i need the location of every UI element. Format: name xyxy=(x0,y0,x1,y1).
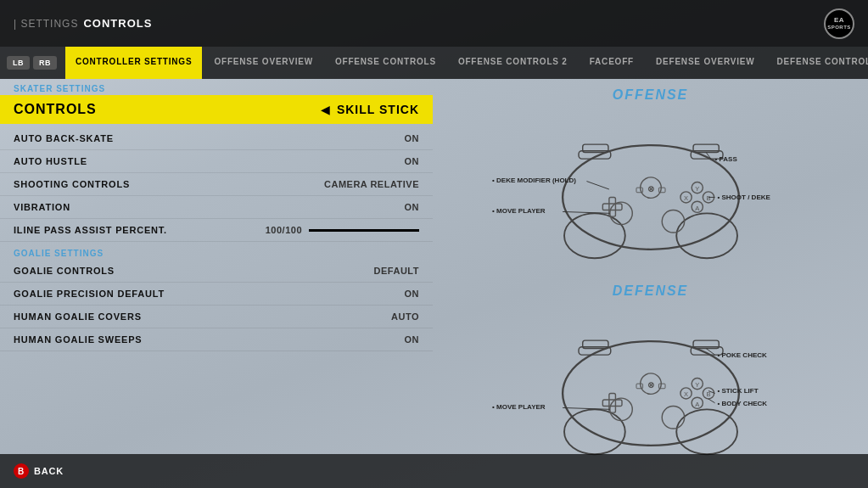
controls-row[interactable]: CONTROLS ◀ SKILL STICK xyxy=(0,95,433,124)
setting-value: ON xyxy=(405,133,420,143)
setting-name: GOALIE CONTROLS xyxy=(14,266,374,276)
controls-title: CONTROLS xyxy=(14,102,314,117)
setting-value: ON xyxy=(405,289,420,299)
b-button-icon: B xyxy=(14,463,29,479)
svg-text:Y: Y xyxy=(695,185,699,193)
right-panel: OFFENSE xyxy=(433,79,868,488)
svg-line-60 xyxy=(708,399,715,403)
left-panel: SKATER SETTINGS CONTROLS ◀ SKILL STICK A… xyxy=(0,79,433,488)
setting-shooting-controls[interactable]: SHOOTING CONTROLS CAMERA RELATIVE xyxy=(0,173,433,196)
setting-value: ON xyxy=(405,156,420,166)
setting-name: HUMAN GOALIE COVERS xyxy=(14,311,391,322)
svg-point-50 xyxy=(609,398,631,420)
defense-diagram: ⊗ Y B X A xyxy=(441,302,860,468)
svg-point-31 xyxy=(563,341,739,446)
svg-point-2 xyxy=(676,214,737,259)
back-button[interactable]: B BACK xyxy=(14,463,64,479)
svg-text:⊗: ⊗ xyxy=(647,380,654,390)
setting-goalie-precision[interactable]: GOALIE PRECISION DEFAULT ON xyxy=(0,283,433,306)
defense-controller-section: DEFENSE ⊗ xyxy=(441,283,860,480)
svg-text:• DEKE MODIFIER (HOLD): • DEKE MODIFIER (HOLD) xyxy=(492,177,576,185)
setting-value: ON xyxy=(405,202,420,212)
setting-value: AUTO xyxy=(391,311,419,322)
svg-point-33 xyxy=(676,410,737,455)
back-label: BACK xyxy=(34,466,64,476)
svg-point-1 xyxy=(564,214,625,259)
setting-value: DEFAULT xyxy=(374,266,419,276)
breadcrumb: | SETTINGS CONTROLS xyxy=(14,17,152,30)
svg-text:• MOVE PLAYER: • MOVE PLAYER xyxy=(492,404,546,412)
svg-text:A: A xyxy=(695,205,700,212)
settings-list: AUTO BACK-SKATE ON AUTO HUSTLE ON SHOOTI… xyxy=(0,124,433,488)
breadcrumb-settings: | SETTINGS xyxy=(14,18,78,30)
bumper-group: LB RB xyxy=(7,47,57,79)
breadcrumb-controls: CONTROLS xyxy=(83,17,152,30)
svg-text:• PASS: • PASS xyxy=(714,155,737,163)
goalie-settings-label: GOALIE SETTINGS xyxy=(0,242,433,260)
tab-defense-controls[interactable]: DEFENSE CONTROLS xyxy=(767,47,868,79)
offense-title: OFFENSE xyxy=(441,87,860,103)
svg-text:X: X xyxy=(684,390,688,398)
svg-text:B: B xyxy=(706,194,710,202)
tab-navigation: LB RB CONTROLLER SETTINGS OFFENSE OVERVI… xyxy=(0,47,868,79)
svg-point-19 xyxy=(609,202,631,224)
setting-vibration[interactable]: VIBRATION ON xyxy=(0,196,433,219)
bottom-bar: B BACK xyxy=(0,454,868,488)
offense-diagram: ⊗ Y B X A xyxy=(441,106,860,272)
setting-pass-assist[interactable]: ILINE PASS ASSIST PERCENT. 100/100 xyxy=(0,219,433,242)
screen: | SETTINGS CONTROLS EASPORTS LB RB CONTR… xyxy=(0,0,868,488)
svg-point-20 xyxy=(662,210,684,233)
svg-text:• BODY CHECK: • BODY CHECK xyxy=(717,400,767,407)
setting-goalie-sweeps[interactable]: HUMAN GOALIE SWEEPS ON xyxy=(0,328,433,351)
setting-goalie-covers[interactable]: HUMAN GOALIE COVERS AUTO xyxy=(0,306,433,328)
tab-offense-overview[interactable]: OFFENSE OVERVIEW xyxy=(204,47,323,79)
left-arrow-icon[interactable]: ◀ xyxy=(321,103,330,116)
setting-name: VIBRATION xyxy=(14,202,405,212)
setting-name: AUTO HUSTLE xyxy=(14,156,405,166)
rb-bumper[interactable]: RB xyxy=(33,56,57,70)
skater-settings-label: SKATER SETTINGS xyxy=(0,79,433,95)
svg-text:• MOVE PLAYER: • MOVE PLAYER xyxy=(492,208,546,216)
setting-value: CAMERA RELATIVE xyxy=(324,179,419,189)
svg-line-25 xyxy=(563,212,610,214)
svg-text:X: X xyxy=(684,194,688,202)
setting-goalie-controls[interactable]: GOALIE CONTROLS DEFAULT xyxy=(0,260,433,283)
svg-line-23 xyxy=(586,182,608,189)
tab-offense-controls-2[interactable]: OFFENSE CONTROLS 2 xyxy=(448,47,578,79)
tab-controller-settings[interactable]: CONTROLLER SETTINGS xyxy=(65,47,202,79)
tab-faceoff[interactable]: FACEOFF xyxy=(580,47,644,79)
ea-logo: EASPORTS xyxy=(824,8,854,39)
svg-text:• STICK LIFT: • STICK LIFT xyxy=(717,388,758,395)
setting-name: SHOOTING CONTROLS xyxy=(14,179,324,189)
setting-value: ON xyxy=(405,334,420,345)
defense-title: DEFENSE xyxy=(441,283,860,299)
main-content: SKATER SETTINGS CONTROLS ◀ SKILL STICK A… xyxy=(0,79,868,488)
lb-bumper[interactable]: LB xyxy=(7,56,30,70)
setting-name: GOALIE PRECISION DEFAULT xyxy=(14,289,405,299)
slider-container[interactable]: 100/100 xyxy=(266,225,419,235)
svg-point-51 xyxy=(662,407,684,429)
controls-value: SKILL STICK xyxy=(337,103,419,116)
setting-name: ILINE PASS ASSIST PERCENT. xyxy=(14,225,266,235)
slider-fill xyxy=(309,229,419,232)
svg-text:• SHOOT / DEKE: • SHOOT / DEKE xyxy=(717,194,770,201)
setting-name: AUTO BACK-SKATE xyxy=(14,133,405,143)
defense-controller-svg: ⊗ Y B X A xyxy=(490,313,812,457)
svg-text:⊗: ⊗ xyxy=(647,184,654,194)
setting-auto-hustle[interactable]: AUTO HUSTLE ON xyxy=(0,150,433,173)
slider-track[interactable] xyxy=(309,229,419,232)
setting-name: HUMAN GOALIE SWEEPS xyxy=(14,334,405,345)
svg-line-54 xyxy=(563,408,610,410)
svg-text:Y: Y xyxy=(695,381,699,389)
controls-arrows[interactable]: ◀ xyxy=(321,103,330,116)
offense-controller-svg: ⊗ Y B X A xyxy=(490,117,812,261)
svg-text:A: A xyxy=(695,401,700,408)
top-bar: | SETTINGS CONTROLS EASPORTS xyxy=(0,0,868,47)
tab-defense-overview[interactable]: DEFENSE OVERVIEW xyxy=(646,47,765,79)
svg-text:• POKE CHECK: • POKE CHECK xyxy=(717,351,767,359)
tab-offense-controls[interactable]: OFFENSE CONTROLS xyxy=(325,47,446,79)
offense-controller-section: OFFENSE xyxy=(441,87,860,283)
svg-point-32 xyxy=(564,410,625,455)
setting-auto-backskate[interactable]: AUTO BACK-SKATE ON xyxy=(0,127,433,150)
setting-value: 100/100 xyxy=(266,225,302,235)
